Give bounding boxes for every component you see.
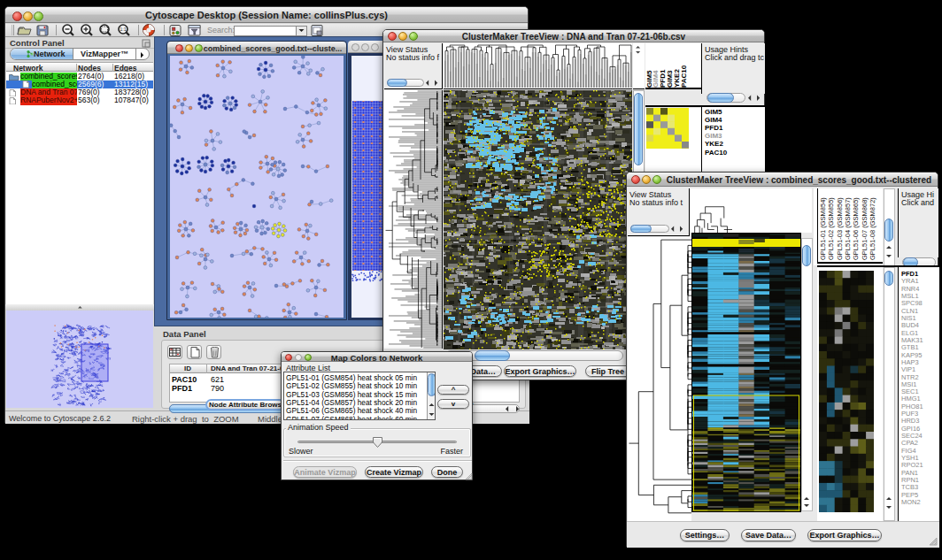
svg-text:PAC10: PAC10 bbox=[680, 65, 688, 88]
svg-text:1:1: 1:1 bbox=[120, 27, 127, 32]
svg-text:GPL51-07 (GSM868): GPL51-07 (GSM868) bbox=[861, 197, 869, 260]
svg-text:GPL51-04 (GSM857): GPL51-04 (GSM857) bbox=[844, 197, 852, 260]
svg-text:GPL51-06 (GSM865): GPL51-06 (GSM865) bbox=[852, 197, 860, 260]
svg-text:GPL51-02 (GSM855): GPL51-02 (GSM855) bbox=[827, 197, 835, 260]
svg-text:GPL51-08 (GSM872): GPL51-08 (GSM872) bbox=[869, 197, 876, 260]
svg-text:Search:: Search: bbox=[207, 26, 235, 35]
svg-text:GPL51-03 (GSM856): GPL51-03 (GSM856) bbox=[836, 197, 844, 260]
svg-text:GPL51-01 (GSM854): GPL51-01 (GSM854) bbox=[819, 197, 827, 260]
